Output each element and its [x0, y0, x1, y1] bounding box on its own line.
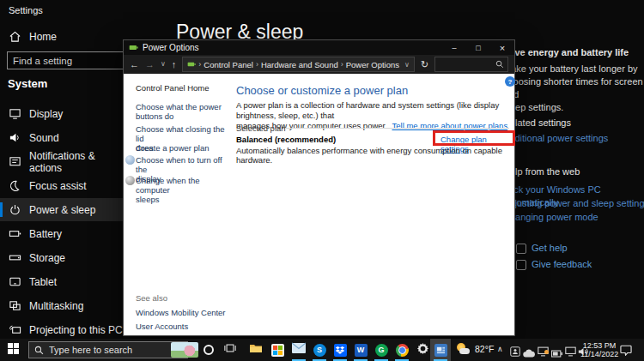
breadcrumb-power-options[interactable]: Power Options	[346, 60, 399, 69]
sidebar-item-storage[interactable]: Storage	[0, 246, 130, 269]
cortana-icon	[204, 345, 214, 355]
sidebar-item-focus-assist[interactable]: Focus assist	[0, 174, 130, 197]
address-dropdown-icon[interactable]: ∨	[404, 61, 410, 69]
tip-body: Make your battery last longer by choosin…	[503, 63, 644, 114]
display-shield-icon	[125, 155, 135, 165]
find-setting-input[interactable]	[7, 51, 127, 69]
microsoft-store-button[interactable]	[267, 339, 288, 361]
word-button[interactable]: W	[350, 339, 371, 361]
back-button[interactable]: ←	[130, 60, 139, 69]
search-icon	[495, 60, 504, 69]
sidebar-item-notifications[interactable]: Notifications & actions	[0, 150, 130, 173]
sidebar-item-label: Focus assist	[29, 180, 87, 192]
help-icon[interactable]: ?	[505, 76, 515, 87]
breadcrumb-control-panel[interactable]: Control Panel	[204, 60, 253, 69]
dropbox-button[interactable]	[330, 339, 350, 361]
g-app-icon: G	[375, 344, 388, 357]
give-feedback-link[interactable]: Give feedback	[532, 258, 592, 271]
microsoft-store-icon	[271, 344, 284, 357]
tray-app-icon[interactable]	[510, 345, 520, 360]
sidebar-item-label: Tablet	[29, 276, 57, 288]
battery-app-icon	[129, 43, 138, 52]
active-control-panel-button[interactable]	[430, 339, 451, 361]
control-panel-home-link[interactable]: Control Panel Home	[136, 83, 210, 93]
mail-icon	[292, 342, 306, 358]
search-highlight-image[interactable]	[171, 342, 198, 358]
gear-icon	[416, 342, 429, 358]
sidebar-item-sound[interactable]: Sound	[0, 126, 130, 149]
task-link-power-buttons[interactable]: Choose what the power buttons do	[136, 102, 227, 121]
crumb-separator-icon: ›	[341, 60, 343, 69]
sidebar-item-battery[interactable]: Battery	[0, 222, 130, 245]
cortana-button[interactable]	[198, 339, 219, 361]
file-explorer-button[interactable]	[246, 339, 266, 361]
chrome-button[interactable]	[392, 339, 412, 361]
sidebar-item-label: Home	[29, 31, 57, 43]
notifications-icon	[9, 155, 21, 168]
up-button[interactable]: ↑	[172, 60, 177, 69]
sidebar-item-label: Power & sleep	[29, 204, 95, 216]
sidebar-item-home[interactable]: Home	[0, 25, 130, 48]
taskbar-search-input[interactable]	[49, 345, 171, 355]
skype-button[interactable]: S	[309, 339, 330, 361]
get-help-link[interactable]: Get help	[532, 242, 568, 255]
storage-icon	[9, 251, 21, 264]
sidebar-item-label: Multitasking	[29, 300, 83, 312]
tray-battery-icon[interactable]	[551, 346, 562, 361]
web-link-adjusting-power[interactable]: Adjusting power and sleep settings	[503, 197, 644, 210]
clock-time: 12:53 PM	[580, 341, 618, 350]
control-panel-icon	[434, 344, 447, 357]
monitor-notification-icon[interactable]	[538, 345, 549, 360]
task-link-create-plan[interactable]: Create a power plan	[136, 143, 227, 153]
green-g-app-button[interactable]: G	[371, 339, 392, 361]
clock[interactable]: 12:53 PM 11/14/2022	[580, 341, 618, 358]
sidebar-item-label: Battery	[29, 228, 62, 240]
web-link-changing-power-mode[interactable]: Changing power mode	[503, 211, 644, 224]
get-help-icon	[516, 244, 526, 254]
network-icon[interactable]	[565, 345, 576, 360]
taskbar-search-box[interactable]	[28, 341, 188, 358]
task-view-button[interactable]	[220, 339, 240, 361]
sidebar-item-tablet[interactable]: Tablet	[0, 270, 130, 293]
sidebar-item-label: Display	[29, 108, 63, 120]
refresh-icon[interactable]: ↻	[421, 60, 428, 69]
main-heading: Choose or customize a power plan	[236, 84, 408, 97]
tray-expand-chevron-icon[interactable]: ∧	[497, 345, 503, 353]
minimize-button[interactable]: –	[442, 40, 466, 55]
tip-title: Save energy and battery life	[503, 46, 644, 59]
file-explorer-icon	[249, 341, 263, 358]
tell-me-more-link[interactable]: Tell me more about power plans	[392, 121, 507, 130]
sun-cloud-icon	[455, 342, 471, 356]
see-also-link-mobility-center[interactable]: Windows Mobility Center	[136, 308, 239, 317]
maximize-button[interactable]: □	[466, 40, 490, 55]
window-titlebar[interactable]: Power Options – □ ×	[124, 40, 514, 55]
sidebar-item-projecting[interactable]: Projecting to this PC	[0, 318, 130, 341]
explorer-search-box[interactable]	[434, 57, 508, 72]
onedrive-cloud-icon[interactable]	[523, 346, 535, 361]
sidebar-item-power-sleep[interactable]: Power & sleep	[0, 198, 130, 221]
sidebar-item-label: Sound	[29, 132, 59, 144]
chrome-icon	[396, 344, 409, 357]
battery-icon	[9, 227, 21, 240]
additional-power-settings-link[interactable]: Additional power settings	[503, 132, 608, 145]
action-center-icon[interactable]	[620, 344, 632, 359]
sidebar-item-multitasking[interactable]: Multitasking	[0, 294, 130, 317]
mail-button[interactable]	[289, 339, 309, 361]
start-button[interactable]	[3, 339, 23, 361]
battery-crumb-icon	[187, 60, 196, 69]
task-link-computer-sleeps[interactable]: Change when the computer sleeps	[136, 176, 227, 204]
sleep-shield-icon	[125, 176, 135, 185]
weather-widget[interactable]: 82°F	[455, 342, 494, 356]
plan-description: Automatically balances performance with …	[236, 146, 519, 165]
history-dropdown-icon[interactable]: ∨	[161, 61, 166, 68]
skype-icon: S	[313, 344, 326, 357]
see-also-link-user-accounts[interactable]: User Accounts	[136, 322, 239, 331]
forward-button[interactable]: →	[145, 60, 155, 69]
breadcrumb[interactable]: › Control Panel › Hardware and Sound › P…	[182, 57, 415, 72]
speaker-icon	[9, 131, 21, 144]
selected-plan-label: Selected plan	[236, 123, 286, 133]
selected-plan-divider	[285, 128, 509, 129]
breadcrumb-hardware-sound[interactable]: Hardware and Sound	[261, 60, 338, 69]
close-button[interactable]: ×	[490, 40, 514, 55]
sidebar-item-display[interactable]: Display	[0, 102, 130, 125]
